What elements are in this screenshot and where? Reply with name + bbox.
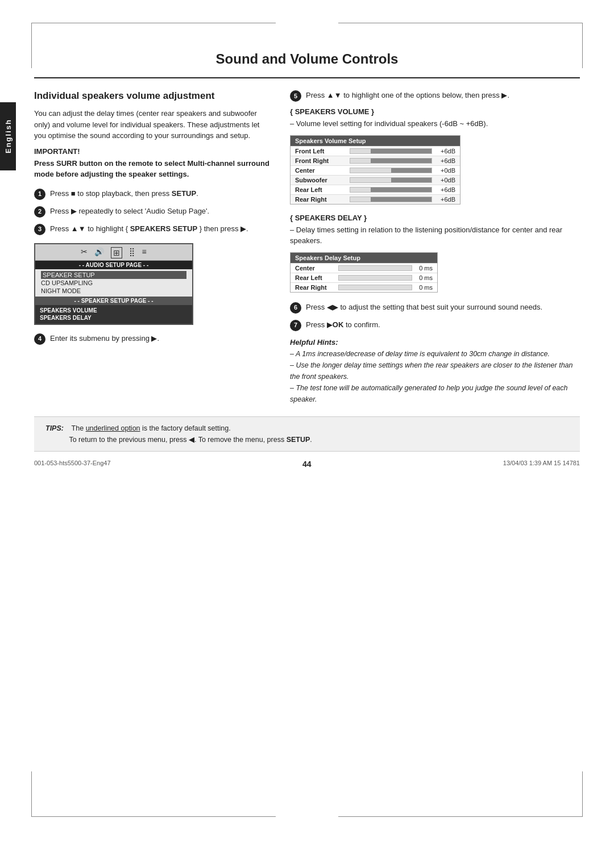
delay-value-center: 0 ms bbox=[416, 265, 433, 272]
step-number-6: 6 bbox=[290, 302, 301, 314]
icon-scissors: ✂ bbox=[81, 247, 88, 258]
vol-value-subwoofer: +0dB bbox=[435, 177, 455, 183]
speaker-setup-header: - - SPEAKER SETUP PAGE - - bbox=[35, 297, 192, 305]
step-5: 5 Press ▲▼ to highlight one of the optio… bbox=[290, 90, 580, 102]
helpful-hints: Helpful Hints: – A 1ms increase/decrease… bbox=[290, 337, 580, 406]
footer-right: 13/04/03 1:39 AM 15 14781 bbox=[503, 460, 580, 469]
footer-left: 001-053-hts5500-37-Eng47 bbox=[34, 460, 111, 469]
border-top-left bbox=[31, 23, 276, 23]
step-text-2: Press ▶ repeatedly to select 'Audio Setu… bbox=[50, 206, 273, 217]
tips-label: TIPS: bbox=[45, 424, 64, 432]
border-left-top bbox=[31, 23, 32, 68]
col-left: Individual speakers volume adjustment Yo… bbox=[34, 90, 273, 405]
screen-submenu: - - SPEAKER SETUP PAGE - - SPEAKERS VOLU… bbox=[35, 297, 192, 324]
delay-bar-rear-right bbox=[338, 285, 412, 290]
step-number-5: 5 bbox=[290, 90, 301, 102]
important-text: Press SURR button on the remote to selec… bbox=[34, 158, 273, 180]
vol-row-subwoofer: Subwoofer +0dB bbox=[291, 175, 460, 185]
step-number-1: 1 bbox=[34, 189, 45, 200]
hint-title: Helpful Hints: bbox=[290, 337, 580, 349]
icon-grid-active: ⊞ bbox=[111, 247, 122, 258]
icon-speaker: 🔊 bbox=[94, 247, 104, 258]
vol-label-rear-left: Rear Left bbox=[295, 186, 346, 193]
vol-bar-center bbox=[350, 168, 432, 173]
vol-label-front-left: Front Left bbox=[295, 148, 346, 155]
vol-bar-subwoofer bbox=[350, 177, 432, 183]
border-left-bottom bbox=[31, 771, 32, 817]
vol-row-rear-left: Rear Left +6dB bbox=[291, 185, 460, 194]
page-number: 44 bbox=[302, 460, 312, 469]
border-top-right bbox=[338, 23, 583, 23]
screen-menu-items: SPEAKER SETUP CD UPSAMPLING NIGHT MODE bbox=[35, 269, 192, 297]
speakers-delay-table: Speakers Delay Setup Center 0 ms Rear Le… bbox=[290, 252, 438, 293]
vol-label-subwoofer: Subwoofer bbox=[295, 177, 346, 183]
underline-option: underlined option bbox=[86, 424, 140, 432]
screen-icons-row: ✂ 🔊 ⊞ ⣿ ≡ bbox=[35, 244, 192, 261]
vol-value-rear-right: +6dB bbox=[435, 196, 455, 203]
step-number-2: 2 bbox=[34, 206, 45, 218]
page: English Sound and Volume Controls Indivi… bbox=[0, 0, 614, 868]
delay-bar-center bbox=[338, 265, 412, 271]
vol-row-center: Center +0dB bbox=[291, 165, 460, 175]
page-footer: 001-053-hts5500-37-Eng47 44 13/04/03 1:3… bbox=[0, 455, 614, 473]
step-number-3: 3 bbox=[34, 224, 45, 235]
vol-label-front-right: Front Right bbox=[295, 157, 346, 164]
icon-list: ≡ bbox=[142, 247, 146, 258]
vol-row-front-left: Front Left +6dB bbox=[291, 146, 460, 156]
delay-bar-rear-left bbox=[338, 275, 412, 281]
vol-value-rear-left: +6dB bbox=[435, 186, 455, 193]
step-7: 7 Press ▶OK to confirm. bbox=[290, 319, 580, 331]
border-right-bottom bbox=[582, 771, 583, 817]
vol-row-rear-right: Rear Right +6dB bbox=[291, 194, 460, 204]
speakers-delay-label: { SPEAKERS DELAY } bbox=[290, 214, 580, 222]
sidebar-label: English bbox=[4, 119, 13, 154]
step-1: 1 Press ■ to stop playback, then press S… bbox=[34, 188, 273, 200]
step-4: 4 Enter its submenu by pressing ▶. bbox=[34, 333, 273, 345]
step-text-5: Press ▲▼ to highlight one of the options… bbox=[306, 90, 580, 101]
delay-value-rear-right: 0 ms bbox=[416, 284, 433, 291]
tips-box: TIPS: The underlined option is the facto… bbox=[34, 416, 580, 452]
border-right-top bbox=[582, 23, 583, 68]
delay-row-rear-right: Rear Right 0 ms bbox=[291, 282, 437, 292]
speakers-volume-desc: – Volume level setting for individual sp… bbox=[290, 118, 580, 130]
two-column-layout: Individual speakers volume adjustment Yo… bbox=[34, 90, 580, 405]
speakers-volume-table-header: Speakers Volume Setup bbox=[291, 136, 460, 146]
vol-bar-front-left bbox=[350, 148, 432, 154]
delay-value-rear-left: 0 ms bbox=[416, 274, 433, 281]
col-right: 5 Press ▲▼ to highlight one of the optio… bbox=[290, 90, 580, 405]
menu-item-speaker-setup: SPEAKER SETUP bbox=[41, 271, 186, 279]
screen-submenu-items: SPEAKERS VOLUME SPEAKERS DELAY bbox=[35, 305, 192, 324]
hint-2: – Use the longer delay time settings whe… bbox=[290, 360, 580, 382]
vol-value-front-left: +6dB bbox=[435, 148, 455, 155]
speakers-volume-label: { SPEAKERS VOLUME } bbox=[290, 107, 580, 116]
vol-bar-front-right bbox=[350, 158, 432, 164]
icon-dots: ⣿ bbox=[129, 247, 135, 258]
speakers-delay-desc: – Delay times setting in relation to the… bbox=[290, 224, 580, 247]
vol-bar-rear-left bbox=[350, 187, 432, 193]
step-2: 2 Press ▶ repeatedly to select 'Audio Se… bbox=[34, 206, 273, 218]
step-text-1: Press ■ to stop playback, then press SET… bbox=[50, 188, 273, 199]
submenu-item-delay: SPEAKERS DELAY bbox=[40, 314, 188, 322]
step-text-3: Press ▲▼ to highlight { SPEAKERS SETUP }… bbox=[50, 223, 273, 235]
menu-item-night-mode: NIGHT MODE bbox=[41, 287, 186, 295]
speakers-delay-table-header: Speakers Delay Setup bbox=[291, 253, 437, 263]
submenu-item-volume: SPEAKERS VOLUME bbox=[40, 307, 188, 314]
step-text-4: Enter its submenu by pressing ▶. bbox=[50, 333, 273, 344]
step-number-7: 7 bbox=[290, 320, 301, 331]
border-bottom-right bbox=[338, 816, 583, 817]
hint-3: – The test tone will be automatically ge… bbox=[290, 382, 580, 405]
page-title: Sound and Volume Controls bbox=[34, 34, 580, 67]
audio-setup-header: - - AUDIO SETUP PAGE - - bbox=[35, 261, 192, 269]
hint-1: – A 1ms increase/decrease of delay time … bbox=[290, 348, 580, 360]
step-3: 3 Press ▲▼ to highlight { SPEAKERS SETUP… bbox=[34, 223, 273, 235]
step-text-6: Press ◀▶ to adjust the setting that best… bbox=[306, 302, 580, 313]
step-number-4: 4 bbox=[34, 333, 45, 345]
section-heading: Individual speakers volume adjustment bbox=[34, 90, 273, 102]
delay-row-center: Center 0 ms bbox=[291, 263, 437, 273]
menu-item-cd-upsampling: CD UPSAMPLING bbox=[41, 279, 186, 287]
step-6: 6 Press ◀▶ to adjust the setting that be… bbox=[290, 302, 580, 314]
step-text-7: Press ▶OK to confirm. bbox=[306, 319, 580, 331]
delay-label-rear-left: Rear Left bbox=[295, 274, 335, 281]
delay-row-rear-left: Rear Left 0 ms bbox=[291, 273, 437, 282]
border-bottom-left bbox=[31, 816, 276, 817]
